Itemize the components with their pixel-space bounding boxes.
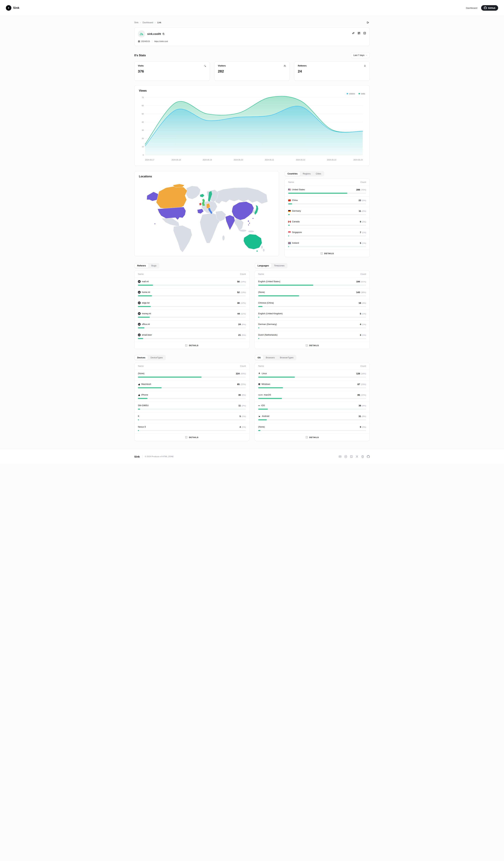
tab-countries[interactable]: Countries	[285, 172, 300, 176]
github-icon[interactable]	[367, 455, 370, 458]
x-icon[interactable]	[355, 455, 359, 458]
link-icon[interactable]	[352, 32, 355, 35]
breadcrumb-item-sink[interactable]: Sink	[134, 21, 138, 24]
flame-icon	[364, 65, 366, 67]
row-count: 288(76%)	[356, 188, 366, 191]
map-spain	[197, 209, 204, 214]
divider	[142, 455, 142, 458]
legend-dot	[347, 93, 348, 94]
github-button[interactable]: GitHub	[481, 5, 498, 11]
site-favicon-icon: m	[138, 323, 141, 326]
svg-text:20: 20	[142, 137, 144, 139]
windows-icon	[258, 383, 260, 385]
count-bar	[288, 214, 366, 215]
views-area-chart[interactable]: 0102030405060702024-05-172024-05-182024-…	[139, 95, 365, 163]
referers-panel: ReferersSlugs Name Count mmall.ml56(14%)…	[134, 263, 249, 349]
table-row: (None)224(59%)	[135, 370, 249, 380]
row-count: 48(12%)	[237, 301, 246, 304]
table-row: United States288(76%)	[285, 186, 369, 196]
row-name: Macintosh	[141, 383, 151, 385]
row-name: Dutch (Netherlands)	[258, 334, 278, 336]
tab-timezones[interactable]: Timezones	[271, 263, 287, 268]
row-count: 3(1%)	[360, 333, 366, 337]
gmail-icon[interactable]	[339, 455, 341, 458]
row-count: 36(9%)	[238, 393, 246, 396]
mastodon-icon[interactable]	[361, 455, 364, 458]
github-icon	[484, 6, 487, 9]
tab-languages[interactable]: Languages	[255, 263, 271, 268]
details-label: DETAILS	[189, 436, 199, 438]
count-bar	[138, 398, 246, 399]
map-philippines	[248, 220, 249, 222]
svg-text:2024-05-22: 2024-05-22	[296, 159, 305, 161]
table-row: English (United States)194(51%)	[255, 277, 369, 288]
tab-os[interactable]: OS	[255, 355, 263, 360]
square-chevron-down-icon[interactable]	[363, 32, 366, 35]
qr-code-icon[interactable]	[358, 32, 361, 35]
tab-devices[interactable]: Devices	[135, 355, 148, 360]
details-button[interactable]: DETAILS	[135, 342, 249, 349]
tab-referers[interactable]: Referers	[135, 263, 149, 268]
site-footer: Sink © 2024 Products of HTML.ZONE	[0, 449, 504, 464]
details-button[interactable]: DETAILS	[135, 434, 249, 441]
table-row: mmoney.ml44(11%)	[135, 310, 249, 320]
row-count: 11(2%)	[238, 404, 246, 407]
details-button[interactable]: DETAILS	[255, 342, 369, 349]
row-count: 4(1%)	[239, 425, 246, 428]
link-slug: sink.cool/0	[147, 32, 161, 36]
map-taiwan	[253, 218, 254, 219]
copy-icon[interactable]	[162, 33, 165, 35]
count-bar	[258, 377, 366, 378]
table-row: (None)143(38%)	[255, 288, 369, 299]
lightning-logo-icon	[6, 5, 11, 11]
row-name: Nexus 5	[138, 426, 146, 428]
logout-button[interactable]	[366, 20, 370, 25]
locations-title: Locations	[139, 175, 275, 178]
count-bar	[138, 295, 246, 296]
table-row: macOSmacOS85(22%)	[255, 391, 369, 401]
details-button[interactable]: DETAILS	[285, 250, 369, 257]
link-date: 2024/5/15	[141, 40, 150, 42]
count-bar	[258, 295, 366, 296]
blogger-icon[interactable]	[350, 455, 353, 458]
cn-flag-icon	[288, 200, 291, 201]
breadcrumb-item-dashboard[interactable]: Dashboard	[142, 21, 153, 24]
count-bar	[258, 419, 366, 420]
svg-text:0: 0	[143, 154, 144, 156]
table-row: Nexus 54(1%)	[135, 423, 249, 434]
column-header-name: Name	[138, 273, 143, 275]
world-map[interactable]	[139, 179, 275, 252]
map-iceland	[200, 194, 204, 197]
brand[interactable]: Sink	[6, 5, 19, 11]
tab-regions[interactable]: Regions	[300, 172, 313, 176]
telegram-icon[interactable]	[344, 455, 347, 458]
details-label: DETAILS	[309, 344, 319, 346]
tab-cities[interactable]: Cities	[313, 172, 324, 176]
apple-icon	[138, 383, 140, 385]
row-count: 36(9%)	[359, 404, 366, 407]
legend-item-visitors[interactable]: visitors	[347, 93, 355, 95]
date-range-select[interactable]: Last 7 days	[351, 53, 370, 58]
row-name: Canada	[292, 220, 299, 223]
row-name: home.ml	[142, 291, 150, 293]
tab-browsertypes[interactable]: BrowserTypes	[278, 355, 296, 360]
os-tabs: OSBrowsersBrowserTypes	[255, 355, 296, 360]
count-bar	[258, 285, 366, 286]
nav-dashboard-link[interactable]: Dashboard	[466, 7, 477, 9]
map-madagascar	[222, 235, 225, 241]
stats-title: 0's Stats	[134, 54, 146, 57]
link-target-url[interactable]: https://sink.cool	[154, 40, 168, 42]
count-bar	[138, 430, 246, 431]
tab-slugs[interactable]: Slugs	[149, 263, 159, 268]
tab-devicetypes[interactable]: DeviceTypes	[148, 355, 165, 360]
views-title: Views	[139, 89, 365, 92]
count-bar	[288, 235, 366, 236]
row-name: Linux	[262, 372, 267, 375]
table-row: Chinese (China)16(4%)	[255, 299, 369, 310]
details-button[interactable]: DETAILS	[255, 434, 369, 441]
map-mexico	[162, 218, 180, 227]
linux-icon	[258, 372, 261, 375]
legend-item-visits[interactable]: visits	[359, 93, 365, 95]
svg-text:50: 50	[142, 113, 144, 115]
tab-browsers[interactable]: Browsers	[263, 355, 277, 360]
